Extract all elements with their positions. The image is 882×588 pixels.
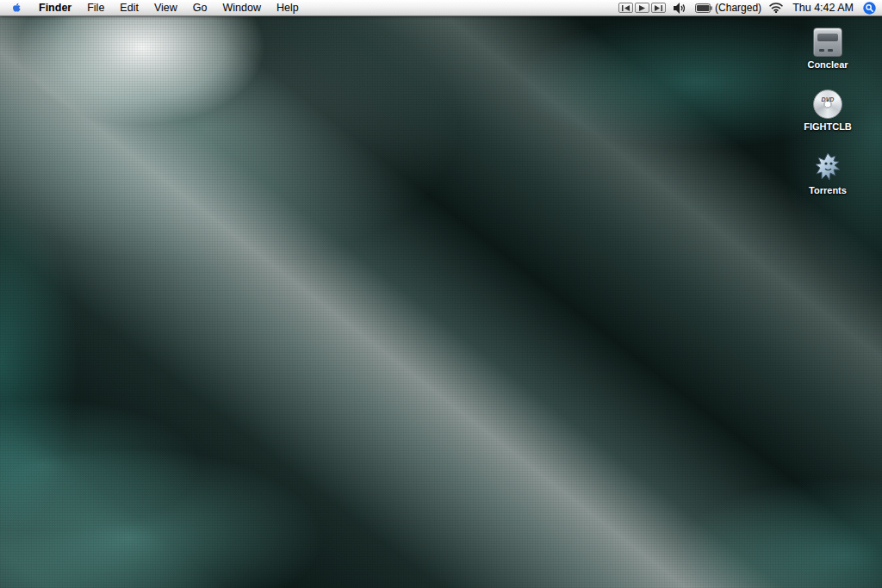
spotlight-menu-extra[interactable] [863,0,876,15]
desktop-icon-label: Conclear [786,59,869,70]
menu-finder[interactable]: Finder [31,0,79,15]
dvd-logo-text: DVD [814,96,842,102]
desktop-icon-torrents[interactable]: Torrents [786,150,869,195]
apple-logo-icon [10,1,22,15]
menu-file[interactable]: File [79,0,112,15]
menu-bar-clock[interactable]: Thu 4:42 AM [791,0,855,15]
volume-menu-extra[interactable] [674,0,687,15]
desktop: Finder File Edit View Go Window Help [0,0,882,588]
wifi-icon [769,3,783,13]
battery-status-label: (Charged) [715,2,761,14]
previous-track-icon[interactable] [618,3,633,13]
menu-go[interactable]: Go [185,0,215,15]
desktop-icon-label: FIGHTCLB [786,121,869,132]
playback-controls-menu-extra[interactable] [618,0,666,15]
wallpaper-dither-texture [0,0,882,588]
apple-menu[interactable] [0,0,31,15]
desktop-icon-label: Torrents [786,185,869,195]
desktop-icon-conclear[interactable]: Conclear [786,24,869,70]
menu-help[interactable]: Help [269,0,307,15]
play-icon[interactable] [635,3,649,13]
dvd-disc-icon: DVD [813,90,842,119]
menu-edit[interactable]: Edit [112,0,146,15]
menu-view[interactable]: View [146,0,185,15]
battery-icon [695,3,712,13]
speaker-icon [674,3,687,14]
hard-drive-icon [813,28,842,57]
spotlight-search-icon [863,2,876,15]
desktop-icon-fightclb[interactable]: DVD FIGHTCLB [786,86,869,132]
menu-window[interactable]: Window [214,0,268,15]
wifi-menu-extra[interactable] [769,0,783,15]
menu-bar: Finder File Edit View Go Window Help [0,0,882,16]
next-track-icon[interactable] [651,3,666,13]
battery-menu-extra[interactable]: (Charged) [695,0,761,15]
torrent-app-icon [813,152,842,183]
